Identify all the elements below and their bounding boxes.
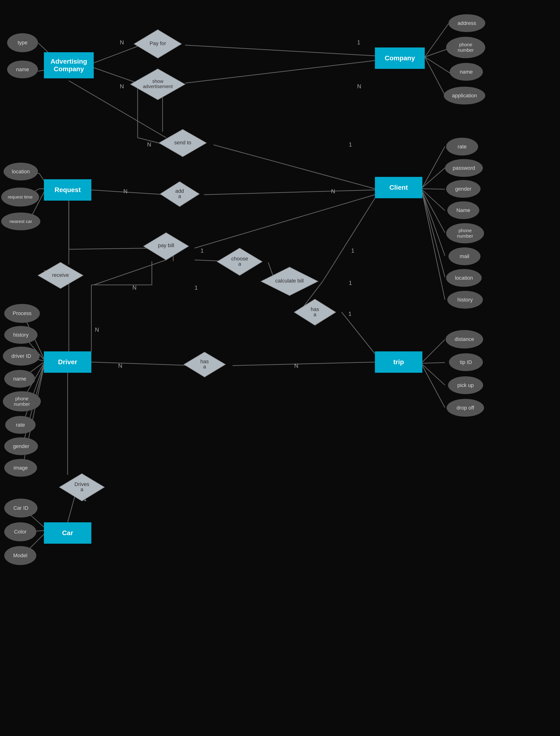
- attr-trip-pickup: pick up: [448, 376, 483, 394]
- card-show-adv-n-left: N: [120, 83, 124, 90]
- attr-comp-address: address: [448, 14, 485, 32]
- card-send-to-n: N: [147, 141, 151, 148]
- entity-driver: Driver: [44, 351, 91, 373]
- svg-line-11: [214, 145, 375, 189]
- svg-line-23: [422, 168, 445, 187]
- attr-drv-image: image: [4, 459, 37, 477]
- attr-trip-distance: distance: [446, 330, 483, 348]
- attr-type: type: [7, 33, 38, 52]
- svg-line-28: [422, 192, 445, 277]
- svg-line-21: [204, 190, 375, 195]
- attr-trip-dropoff: drop off: [447, 399, 484, 417]
- attr-cli-history: history: [447, 291, 483, 309]
- card-pay-for-1: 1: [357, 39, 360, 46]
- svg-line-7: [425, 49, 448, 57]
- card-show-adv-n-right: N: [357, 83, 361, 90]
- rel-send-to: send to: [158, 128, 208, 158]
- attr-req-time: request time: [1, 187, 39, 206]
- attr-drv-rate: rate: [5, 416, 36, 434]
- svg-text:a: a: [178, 193, 181, 199]
- svg-line-55: [422, 364, 445, 385]
- svg-line-22: [422, 146, 445, 187]
- card-pay-bill-1: 1: [201, 247, 204, 254]
- attr-drv-name: name: [4, 370, 35, 388]
- svg-line-8: [425, 57, 451, 74]
- attr-req-nearest: nearest car: [1, 212, 40, 230]
- attr-drv-process: Process: [4, 304, 40, 323]
- svg-line-9: [425, 57, 446, 97]
- svg-text:show: show: [152, 79, 163, 84]
- attr-drv-history: history: [4, 326, 37, 344]
- attr-req-location: location: [4, 163, 38, 180]
- attr-cli-name: Name: [447, 201, 479, 219]
- svg-line-56: [422, 365, 445, 408]
- svg-line-31: [69, 248, 152, 249]
- svg-line-52: [233, 362, 375, 365]
- rel-drives-a: Drives a: [58, 473, 106, 502]
- svg-line-53: [422, 339, 445, 362]
- rel-show-adv: show advertisement: [129, 68, 186, 101]
- attr-car-color: Color: [4, 522, 36, 541]
- svg-line-25: [422, 190, 445, 210]
- attr-cli-location: location: [446, 269, 482, 287]
- attr-car-model: Model: [4, 546, 36, 565]
- svg-line-20: [91, 190, 166, 195]
- svg-line-24: [422, 189, 445, 189]
- rel-calculate-bill: calculate bill: [260, 266, 319, 297]
- attr-drv-gender: gender: [4, 437, 38, 455]
- card-pay-bill-client-1: 1: [351, 247, 354, 254]
- card-add-n-left: N: [123, 188, 127, 195]
- card-pay-bill-1b: 1: [195, 284, 198, 291]
- rel-receive: receive: [37, 261, 84, 290]
- card-pay-for-n: N: [120, 39, 124, 46]
- card-drives-1: 1: [84, 496, 87, 502]
- svg-line-2: [94, 46, 138, 63]
- card-drv-trip-n-left: N: [118, 362, 122, 369]
- rel-add-a: add a: [159, 180, 201, 208]
- svg-line-39: [342, 312, 375, 354]
- rel-choose-a: choose a: [216, 247, 263, 276]
- svg-line-6: [425, 24, 448, 57]
- svg-line-5: [185, 61, 375, 83]
- rel-pay-bill: pay bill: [142, 231, 190, 261]
- card-add-n-right: N: [331, 188, 335, 195]
- svg-line-51: [91, 362, 195, 365]
- card-has-trip-1: 1: [348, 310, 351, 317]
- rel-has-a-driver: has a: [183, 351, 227, 378]
- svg-text:send to: send to: [174, 140, 191, 145]
- svg-line-32: [195, 195, 375, 248]
- attr-cli-mail: mail: [448, 247, 481, 265]
- card-drv-trip-n-right: N: [294, 362, 298, 369]
- svg-line-26: [422, 191, 445, 233]
- attr-adv-name: name: [7, 61, 38, 78]
- entity-client: Client: [375, 177, 422, 198]
- card-send-to-1: 1: [349, 141, 352, 148]
- entity-company: Company: [375, 47, 425, 69]
- attr-cli-password: password: [445, 159, 483, 177]
- svg-text:Pay for: Pay for: [149, 40, 166, 46]
- attr-comp-name: name: [450, 63, 483, 81]
- attr-cli-phone: phonenumber: [446, 223, 484, 243]
- attr-cli-rate: rate: [446, 138, 478, 155]
- entity-car: Car: [44, 522, 91, 544]
- card-receive-n: N: [95, 326, 99, 333]
- svg-text:calculate bill: calculate bill: [275, 278, 304, 284]
- svg-line-15: [39, 173, 44, 180]
- attr-drv-id: driver ID: [3, 346, 40, 365]
- entity-advertising-company: AdvertisingCompany: [44, 52, 94, 78]
- attr-cli-gender: gender: [446, 180, 481, 198]
- entity-trip: trip: [375, 351, 422, 373]
- attr-trip-tipid: tip ID: [449, 353, 483, 371]
- attr-comp-phone: phonenumber: [446, 37, 485, 58]
- rel-has-a-trip: has a: [293, 298, 337, 326]
- entity-request: Request: [44, 179, 91, 201]
- attr-comp-application: application: [444, 87, 485, 104]
- card-pay-bill-n: N: [132, 284, 136, 291]
- svg-line-54: [422, 362, 445, 363]
- svg-text:a: a: [313, 311, 317, 317]
- attr-car-id: Car ID: [4, 499, 37, 518]
- card-calc-bill-1: 1: [349, 280, 352, 286]
- svg-text:a: a: [203, 364, 206, 370]
- svg-text:advertisement: advertisement: [143, 84, 173, 89]
- svg-line-4: [185, 45, 375, 56]
